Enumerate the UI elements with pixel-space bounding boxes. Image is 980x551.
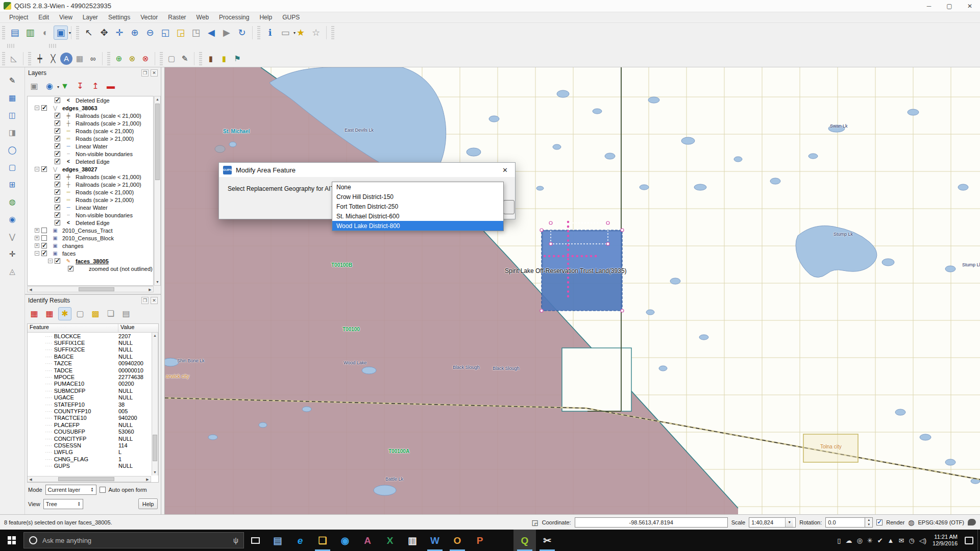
taskbar-clock[interactable]: 11:21 AM 12/9/2016: [929, 534, 961, 547]
snipping-tool-taskbar-button[interactable]: ✂: [536, 530, 558, 551]
gups[interactable]: GUPS: [277, 13, 305, 22]
show-bookmarks-button[interactable]: ☆▾: [309, 26, 323, 40]
layer-row[interactable]: ┄ Non-visible boundaries: [28, 150, 153, 158]
mail-tray-icon[interactable]: ✉: [898, 537, 904, 544]
auto-open-form-button[interactable]: ✱: [58, 307, 71, 320]
layer-checkbox[interactable]: [55, 182, 60, 187]
layer-checkbox[interactable]: [55, 136, 60, 141]
manage-visibility-button[interactable]: ◉▾: [43, 80, 56, 93]
layer-checkbox[interactable]: [55, 120, 60, 126]
layer-row[interactable]: ╪ Railroads (scale < 21,000): [28, 173, 153, 181]
layer-checkbox[interactable]: [55, 220, 60, 226]
globe-icon[interactable]: ◍: [908, 518, 914, 527]
layer-label[interactable]: Linear Water: [76, 205, 108, 211]
zoom-to-layer-button[interactable]: ◳▾: [189, 26, 203, 40]
globe-button[interactable]: ◉: [6, 213, 18, 225]
layer-checkbox[interactable]: [55, 97, 60, 103]
rotation-spinner[interactable]: ▲▼: [865, 517, 873, 528]
layer-checkbox[interactable]: [55, 143, 60, 149]
table-row[interactable]: SUFFIX2CE NULL: [28, 346, 151, 353]
digitizing-button[interactable]: ✎: [6, 74, 18, 86]
layer-row[interactable]: + ▣ changes: [28, 242, 153, 249]
vertex-tool-button[interactable]: ⋁: [6, 230, 18, 242]
layer-checkbox[interactable]: [41, 235, 47, 241]
vector[interactable]: Vector: [135, 13, 163, 22]
help-button[interactable]: Help: [138, 498, 158, 509]
search-features-button[interactable]: ∞: [87, 53, 99, 65]
rotation-input[interactable]: 0.0: [825, 517, 865, 528]
scroll-right-icon[interactable]: ▶: [147, 287, 153, 292]
scroll-right-icon[interactable]: ▶: [144, 477, 151, 482]
layer-row[interactable]: − ✎ faces_38005: [28, 257, 153, 265]
table-row[interactable]: COUSUBFP 53060: [28, 428, 151, 435]
combo-arrows-icon[interactable]: ▲▼: [75, 502, 81, 507]
collapse-all-button[interactable]: ↥▾: [89, 80, 102, 93]
layer-label[interactable]: 2010_Census_Block: [62, 235, 114, 241]
copy-result-button[interactable]: ❏: [104, 307, 117, 320]
expander-icon[interactable]: −: [35, 167, 39, 171]
select-rectangle-button[interactable]: ▣▾: [54, 26, 68, 40]
layer-label[interactable]: Deleted Edge: [76, 220, 110, 226]
split-tool-button[interactable]: ◬: [6, 265, 18, 277]
print-result-button[interactable]: ▤: [119, 307, 133, 320]
zoom-last-button[interactable]: ◀▾: [204, 26, 218, 40]
cortana-search[interactable]: Ask me anything ψ: [23, 532, 244, 548]
layer-checkbox[interactable]: [55, 212, 60, 218]
float-panel-icon[interactable]: ❐: [141, 69, 149, 77]
layer-label[interactable]: edges_38063: [62, 105, 97, 111]
add-group-button[interactable]: ▣▾: [28, 80, 41, 93]
help[interactable]: Help: [254, 13, 277, 22]
layer-checkbox[interactable]: [55, 174, 60, 180]
table-row[interactable]: PLACEFP NULL: [28, 421, 151, 428]
zoom-next-button[interactable]: ▶▾: [219, 26, 234, 40]
settings[interactable]: Settings: [103, 13, 135, 22]
clock-tray-icon[interactable]: ◷: [909, 537, 914, 544]
crosshair-button[interactable]: ✛: [6, 247, 18, 260]
table-row[interactable]: TADCE 00000010: [28, 367, 151, 373]
zoom-to-selection-button[interactable]: ◲▾: [174, 26, 188, 40]
close-panel-icon[interactable]: ✕: [151, 69, 158, 77]
layer-row[interactable]: + ▣ 2010_Census_Tract: [28, 227, 153, 234]
layer-row[interactable]: ─ Linear Water: [28, 142, 153, 150]
cad-tools-button[interactable]: ◺: [8, 53, 20, 65]
layer-label[interactable]: Railroads (scale < 21,000): [76, 174, 141, 180]
layer-row[interactable]: − ⋁ edges_38027: [28, 165, 153, 173]
circle-button[interactable]: ◯: [6, 143, 18, 156]
layer-row[interactable]: ═ Roads (scale > 21,000): [28, 135, 153, 142]
expander-icon[interactable]: +: [35, 236, 39, 240]
scale-combo[interactable]: 1:40,824 ▼: [749, 517, 796, 528]
layer-row[interactable]: < Deleted Edge: [28, 219, 153, 227]
layer-checkbox[interactable]: [41, 228, 47, 233]
minimize-button[interactable]: ─: [919, 0, 939, 12]
view[interactable]: View: [54, 13, 78, 22]
layer-checkbox[interactable]: [55, 113, 60, 118]
qgis-taskbar-button[interactable]: Q: [513, 530, 536, 551]
areas-button[interactable]: ◫: [6, 109, 18, 121]
layer-label[interactable]: Non-visible boundaries: [76, 212, 133, 218]
layer-label[interactable]: edges_38027: [62, 166, 97, 172]
pan-to-selection-button[interactable]: ✛▾: [112, 26, 127, 40]
table-row[interactable]: UGACE NULL: [28, 394, 151, 401]
zoom-out-button[interactable]: ⊖▾: [143, 26, 157, 40]
windows-store-taskbar-button[interactable]: ▥: [401, 530, 424, 551]
table-row[interactable]: CHNG_FLAG 1: [28, 456, 151, 462]
layer-row[interactable]: − ▣ faces: [28, 249, 153, 257]
table-row[interactable]: STATEFP10 38: [28, 401, 151, 408]
new-bookmark-button[interactable]: ★▾: [293, 26, 308, 40]
layer-row[interactable]: ╪ Railroads (scale < 21,000): [28, 112, 153, 119]
expander-icon[interactable]: +: [35, 228, 39, 233]
refresh-map-button[interactable]: ↻▾: [235, 26, 249, 40]
processing[interactable]: Processing: [214, 13, 254, 22]
layer-checkbox[interactable]: [41, 105, 47, 111]
scroll-left-icon[interactable]: ◀: [28, 287, 34, 292]
layer-row[interactable]: − ⋁ edges_38063: [28, 104, 153, 112]
layer-label[interactable]: zoomed out (not outlined): [89, 266, 153, 272]
epsg-status[interactable]: EPSG:4269 (OTF): [918, 519, 964, 525]
security-icon[interactable]: ✔: [877, 537, 883, 544]
layer-label[interactable]: Railroads (scale < 21,000): [76, 113, 141, 119]
labeling-button[interactable]: A: [60, 53, 72, 65]
auto-open-form-checkbox[interactable]: [100, 487, 106, 493]
layers-hscrollbar[interactable]: ◀ ▶: [27, 286, 154, 292]
layer-row[interactable]: ═ Roads (scale < 21,000): [28, 127, 153, 135]
scroll-left-icon[interactable]: ◀: [28, 477, 34, 482]
